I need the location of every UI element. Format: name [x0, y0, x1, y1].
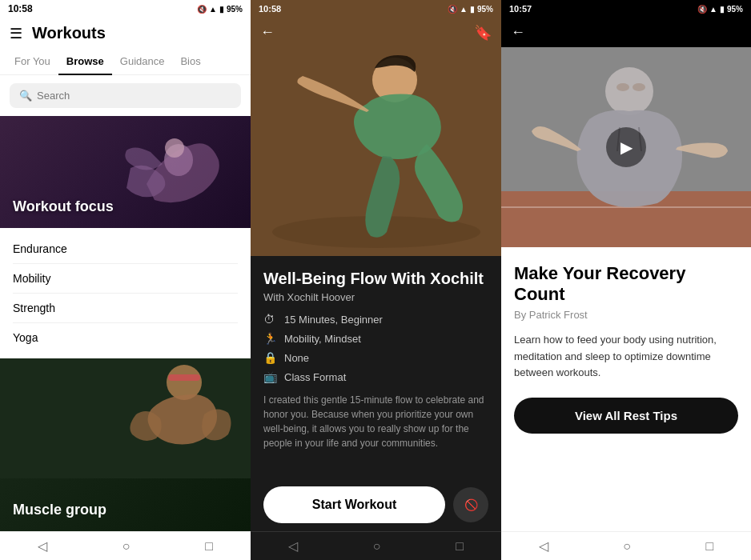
search-icon: 🔍: [19, 90, 32, 102]
back-button-3[interactable]: ←: [511, 24, 525, 41]
recent-nav-icon[interactable]: □: [205, 539, 213, 554]
clock-icon: ⏱: [263, 313, 278, 326]
type-icon: 🏃: [263, 332, 278, 345]
wifi-icon-2: ▲: [460, 5, 468, 14]
format-icon: 📺: [263, 370, 278, 383]
start-workout-button[interactable]: Start Workout: [263, 486, 445, 523]
workout-instructor: With Xochilt Hoover: [263, 291, 488, 303]
wifi-icon: ▲: [209, 5, 217, 14]
workout-focus-card[interactable]: Workout focus: [0, 116, 251, 228]
play-icon: ▶: [620, 138, 633, 157]
equipment-icon: 🔒: [263, 351, 278, 364]
bookmark-button[interactable]: 🔖: [474, 24, 492, 42]
workout-title: Well-Being Flow With Xochilt: [263, 269, 488, 288]
status-bar-3: 10:57 🔇 ▲ ▮ 95%: [501, 0, 751, 18]
tab-bios[interactable]: Bios: [172, 49, 208, 75]
menu-icon[interactable]: ☰: [10, 25, 22, 42]
back-button-2[interactable]: ←: [260, 24, 275, 42]
recovery-video-thumbnail[interactable]: ▶: [501, 47, 751, 247]
meta-duration: 15 Minutes, Beginner: [284, 314, 383, 326]
meta-row-duration: ⏱ 15 Minutes, Beginner: [263, 313, 488, 326]
back-nav-icon-3[interactable]: ◁: [539, 538, 548, 554]
battery-percent-3: 95%: [727, 5, 743, 14]
add-to-plan-button[interactable]: 🚫: [453, 487, 488, 522]
list-item-yoga[interactable]: Yoga: [13, 323, 238, 352]
muscle-group-label: Muscle group: [13, 502, 106, 518]
meta-type: Mobility, Mindset: [284, 333, 361, 345]
svg-point-12: [616, 83, 629, 91]
home-nav-icon-3[interactable]: ○: [623, 539, 631, 554]
meta-equipment: None: [284, 352, 309, 364]
svg-point-13: [633, 83, 645, 91]
svg-point-1: [165, 138, 184, 158]
list-item-mobility[interactable]: Mobility: [13, 264, 238, 294]
signal-icon-2: 🔇: [448, 5, 457, 14]
workout-detail-header: ← 🔖: [251, 18, 501, 48]
workout-action-bar: Start Workout 🚫: [251, 478, 501, 531]
play-button[interactable]: ▶: [606, 127, 646, 167]
signal-icon-3: 🔇: [697, 5, 707, 14]
meta-row-format: 📺 Class Format: [263, 370, 488, 383]
status-bar-2: 10:58 🔇 ▲ ▮ 95%: [251, 0, 501, 18]
battery-percent-2: 95%: [477, 5, 493, 14]
time-2: 10:58: [259, 4, 281, 14]
recovery-title: Make Your Recovery Count: [514, 263, 738, 306]
tab-guidance[interactable]: Guidance: [112, 49, 173, 75]
home-nav-icon-2[interactable]: ○: [373, 539, 381, 554]
list-item-strength[interactable]: Strength: [13, 294, 238, 323]
workouts-title: Workouts: [32, 24, 106, 42]
view-rest-tips-button[interactable]: View All Rest Tips: [514, 398, 738, 434]
wifi-icon-3: ▲: [709, 5, 717, 14]
workouts-header: ☰ Workouts: [0, 18, 251, 49]
recovery-content-section: Make Your Recovery Count By Patrick Fros…: [501, 247, 751, 531]
panel-recovery-article: 10:57 🔇 ▲ ▮ 95% ←: [501, 0, 751, 560]
workout-list: Endurance Mobility Strength Yoga: [0, 228, 251, 358]
status-icons-2: 🔇 ▲ ▮ 95%: [448, 5, 493, 14]
muscle-figure: [0, 358, 251, 478]
meta-format: Class Format: [284, 371, 346, 383]
battery-icon-2: ▮: [470, 5, 475, 14]
battery-icon-3: ▮: [720, 5, 725, 14]
svg-rect-4: [168, 374, 200, 381]
browse-tabs: For You Browse Guidance Bios: [0, 49, 251, 75]
workout-focus-label: Workout focus: [13, 198, 114, 215]
nav-bar-2: ◁ ○ □: [251, 531, 501, 560]
meta-row-type: 🏃 Mobility, Mindset: [263, 332, 488, 345]
tab-browse[interactable]: Browse: [58, 49, 112, 75]
panel-workout-detail: 10:58 🔇 ▲ ▮ 95% ← 🔖: [251, 0, 501, 560]
back-nav-icon[interactable]: ◁: [38, 538, 47, 554]
recovery-description: Learn how to feed your body using nutrit…: [514, 332, 738, 382]
tab-for-you[interactable]: For You: [6, 49, 58, 75]
back-nav-icon-2[interactable]: ◁: [288, 538, 298, 554]
workout-meta: ⏱ 15 Minutes, Beginner 🏃 Mobility, Minds…: [263, 313, 488, 383]
battery-icon: ▮: [219, 5, 224, 14]
muscle-group-card[interactable]: Muscle group: [0, 358, 251, 531]
workout-info-section: Well-Being Flow With Xochilt With Xochil…: [251, 256, 501, 478]
add-to-plan-icon: 🚫: [464, 498, 478, 511]
nav-bar-3: ◁ ○ □: [501, 531, 751, 560]
recovery-instructor: By Patrick Frost: [514, 309, 738, 321]
list-item-endurance[interactable]: Endurance: [13, 234, 238, 264]
status-icons-1: 🔇 ▲ ▮ 95%: [197, 5, 243, 14]
panel-workouts-browse: 10:58 🔇 ▲ ▮ 95% ☰ Workouts For You Brows…: [0, 0, 251, 560]
status-icons-3: 🔇 ▲ ▮ 95%: [697, 5, 743, 14]
meta-row-equipment: 🔒 None: [263, 351, 488, 364]
recovery-header: ←: [501, 18, 751, 47]
signal-icon: 🔇: [197, 5, 207, 14]
time-1: 10:58: [8, 3, 33, 14]
recent-nav-icon-3[interactable]: □: [706, 539, 714, 554]
battery-percent-1: 95%: [227, 5, 243, 14]
svg-point-11: [605, 67, 653, 115]
nav-bar-1: ◁ ○ □: [0, 531, 251, 560]
search-bar[interactable]: 🔍: [10, 83, 241, 108]
search-input[interactable]: [37, 90, 231, 102]
status-bar-1: 10:58 🔇 ▲ ▮ 95%: [0, 0, 251, 18]
home-nav-icon[interactable]: ○: [122, 539, 131, 554]
recent-nav-icon-2[interactable]: □: [456, 539, 464, 554]
time-3: 10:57: [509, 4, 532, 14]
workout-description: I created this gentle 15-minute flow to …: [263, 393, 488, 450]
